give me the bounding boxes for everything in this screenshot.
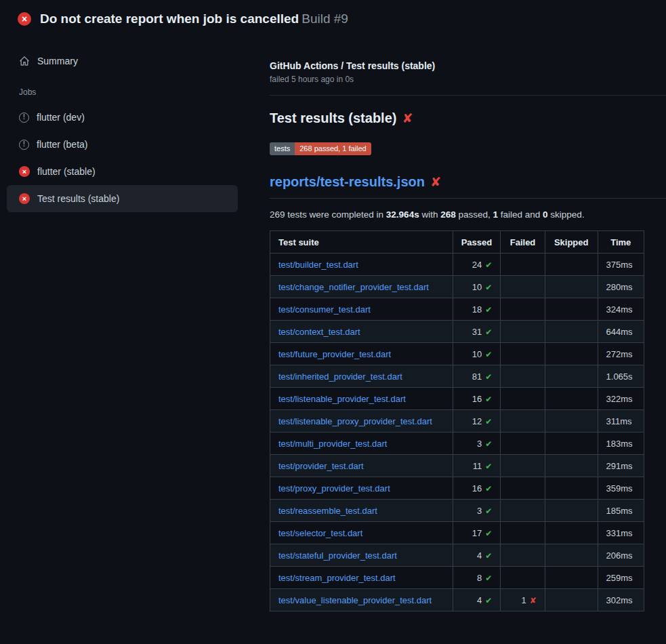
test-suite-link[interactable]: test/stateful_provider_test.dart <box>278 550 397 561</box>
page-layout: Summary Jobs !flutter (dev)!flutter (bet… <box>0 36 666 611</box>
main-content: GitHub Actions / Test results (stable) f… <box>251 36 666 611</box>
time-cell: 311ms <box>598 410 644 432</box>
x-circle-icon: × <box>19 166 30 177</box>
suite-cell: test/selector_test.dart <box>270 522 453 544</box>
failed-cell <box>501 388 545 410</box>
badge-label: tests <box>270 142 295 155</box>
sidebar-item-flutter-dev[interactable]: !flutter (dev) <box>7 104 238 131</box>
test-suite-link[interactable]: test/consumer_test.dart <box>278 304 371 315</box>
x-circle-icon: × <box>19 193 30 204</box>
test-suite-link[interactable]: test/future_provider_test.dart <box>278 349 391 359</box>
passed-cell: 3✔ <box>453 500 501 522</box>
test-suite-link[interactable]: test/provider_test.dart <box>278 461 364 471</box>
skipped-cell <box>545 477 598 500</box>
table-row: test/change_notifier_provider_test.dart1… <box>270 276 644 298</box>
time-cell: 359ms <box>598 477 644 500</box>
sidebar-item-flutter-beta[interactable]: !flutter (beta) <box>7 131 238 158</box>
time-cell: 183ms <box>598 432 644 455</box>
suite-cell: test/stateful_provider_test.dart <box>270 544 453 567</box>
x-mark-icon: ✘ <box>402 110 413 126</box>
check-icon: ✔ <box>485 327 492 337</box>
passed-count: 18 <box>472 304 482 315</box>
sidebar-item-flutter-stable[interactable]: ×flutter (stable) <box>7 158 238 185</box>
passed-count: 16 <box>472 394 482 404</box>
failed-cell <box>501 254 545 276</box>
x-mark-icon: ✘ <box>430 174 441 190</box>
suite-cell: test/context_test.dart <box>270 321 453 343</box>
passed-count: 3 <box>477 506 482 516</box>
failed-cell <box>501 500 545 522</box>
passed-cell: 16✔ <box>453 388 501 410</box>
column-header-failed: Failed <box>501 231 545 254</box>
column-header-test-suite: Test suite <box>270 231 453 254</box>
failed-cell <box>501 410 545 432</box>
passed-cell: 81✔ <box>453 365 501 388</box>
time-cell: 322ms <box>598 388 644 410</box>
test-suite-link[interactable]: test/value_listenable_provider_test.dart <box>278 595 432 605</box>
check-icon: ✔ <box>485 529 492 538</box>
test-suite-link[interactable]: test/listenable_provider_test.dart <box>278 394 406 404</box>
table-row: test/multi_provider_test.dart3✔183ms <box>270 432 644 455</box>
report-link[interactable]: reports/test-results.json <box>270 174 425 190</box>
time-cell: 302ms <box>598 589 644 611</box>
time-cell: 280ms <box>598 276 644 298</box>
section-title: Test results (stable) ✘ <box>270 110 666 126</box>
test-suite-link[interactable]: test/inherited_provider_test.dart <box>278 371 402 382</box>
failed-cell <box>501 544 545 567</box>
breadcrumb: GitHub Actions / Test results (stable) <box>270 60 666 71</box>
test-suite-link[interactable]: test/stream_provider_test.dart <box>278 573 396 583</box>
passed-cell: 18✔ <box>453 298 501 321</box>
failed-cell: 1✘ <box>501 589 545 611</box>
summary-text: passed, <box>456 209 493 220</box>
summary-text: 268 <box>440 209 456 220</box>
failed-cell <box>501 432 545 455</box>
summary-line: 269 tests were completed in 32.964s with… <box>270 209 666 220</box>
sidebar-item-test-results-stable[interactable]: ×Test results (stable) <box>7 185 238 212</box>
results-table-head-row: Test suitePassedFailedSkippedTime <box>270 231 644 254</box>
test-suite-link[interactable]: test/change_notifier_provider_test.dart <box>278 282 429 292</box>
table-row: test/reassemble_test.dart3✔185ms <box>270 500 644 522</box>
passed-count: 11 <box>473 461 482 471</box>
suite-cell: test/value_listenable_provider_test.dart <box>270 589 453 611</box>
summary-text: 0 <box>543 209 548 220</box>
skipped-cell <box>545 388 598 410</box>
check-icon: ✔ <box>485 283 492 292</box>
suite-cell: test/listenable_provider_test.dart <box>270 388 453 410</box>
divider <box>270 95 666 96</box>
test-suite-link[interactable]: test/proxy_provider_test.dart <box>278 483 390 494</box>
passed-cell: 4✔ <box>453 589 501 611</box>
test-suite-link[interactable]: test/reassemble_test.dart <box>278 506 377 516</box>
passed-cell: 17✔ <box>453 522 501 544</box>
test-suite-link[interactable]: test/context_test.dart <box>278 327 360 337</box>
test-suite-link[interactable]: test/listenable_proxy_provider_test.dart <box>278 416 432 426</box>
passed-cell: 12✔ <box>453 410 501 432</box>
job-label: flutter (stable) <box>37 166 96 177</box>
passed-cell: 8✔ <box>453 567 501 589</box>
summary-label: Summary <box>37 56 78 66</box>
column-header-passed: Passed <box>453 231 501 254</box>
suite-cell: test/multi_provider_test.dart <box>270 432 453 455</box>
check-icon: ✔ <box>485 260 492 270</box>
passed-count: 16 <box>472 483 482 494</box>
column-header-time: Time <box>598 231 644 254</box>
alert-circle-icon: ! <box>19 140 29 150</box>
summary-text: failed and <box>498 209 543 220</box>
x-icon: ✘ <box>530 596 537 605</box>
failed-cell <box>501 276 545 298</box>
suite-cell: test/change_notifier_provider_test.dart <box>270 276 453 298</box>
test-suite-link[interactable]: test/selector_test.dart <box>278 528 362 538</box>
check-icon: ✔ <box>485 350 492 359</box>
test-suite-link[interactable]: test/builder_test.dart <box>278 260 358 270</box>
time-cell: 1.065s <box>598 365 644 388</box>
suite-cell: test/provider_test.dart <box>270 455 453 477</box>
test-suite-link[interactable]: test/multi_provider_test.dart <box>278 439 387 449</box>
jobs-section-label: Jobs <box>7 73 251 104</box>
table-row: test/provider_test.dart11✔291ms <box>270 455 644 477</box>
failed-cell <box>501 477 545 500</box>
suite-cell: test/inherited_provider_test.dart <box>270 365 453 388</box>
skipped-cell <box>545 522 598 544</box>
job-label: flutter (dev) <box>37 112 85 123</box>
sidebar-item-summary[interactable]: Summary <box>7 49 251 73</box>
skipped-cell <box>545 544 598 567</box>
skipped-cell <box>545 589 598 611</box>
